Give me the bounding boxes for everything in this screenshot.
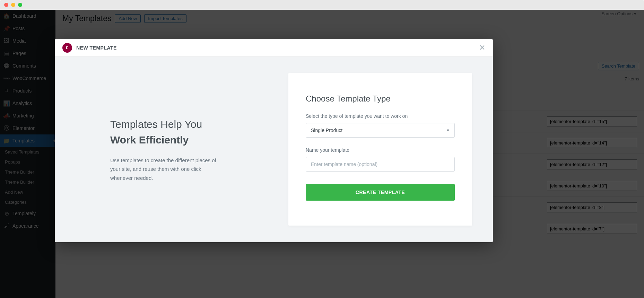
- modal-heading-line2: Work Efficiently: [110, 132, 240, 148]
- name-label: Name your template: [306, 147, 455, 153]
- create-template-button[interactable]: CREATE TEMPLATE: [306, 184, 455, 201]
- template-name-input[interactable]: [306, 157, 455, 172]
- modal-intro: Templates Help You Work Efficiently Use …: [55, 56, 268, 242]
- modal-heading-line1: Templates Help You: [110, 119, 202, 130]
- modal-header: E NEW TEMPLATE ✕: [55, 39, 493, 56]
- elementor-logo-icon: E: [62, 43, 72, 53]
- type-label: Select the type of template you want to …: [306, 113, 455, 119]
- modal-title: NEW TEMPLATE: [76, 45, 117, 51]
- modal-heading: Templates Help You Work Efficiently: [110, 116, 240, 148]
- modal-form: Choose Template Type Select the type of …: [288, 73, 472, 226]
- window-chrome: [0, 0, 644, 10]
- form-title: Choose Template Type: [306, 94, 455, 104]
- template-type-select[interactable]: Single Product: [306, 123, 455, 138]
- new-template-modal: E NEW TEMPLATE ✕ Templates Help You Work…: [55, 39, 493, 242]
- window-minimize-icon[interactable]: [11, 3, 15, 7]
- modal-description: Use templates to create the different pi…: [110, 156, 225, 183]
- close-icon[interactable]: ✕: [479, 43, 485, 52]
- window-maximize-icon[interactable]: [18, 3, 22, 7]
- window-close-icon[interactable]: [4, 3, 8, 7]
